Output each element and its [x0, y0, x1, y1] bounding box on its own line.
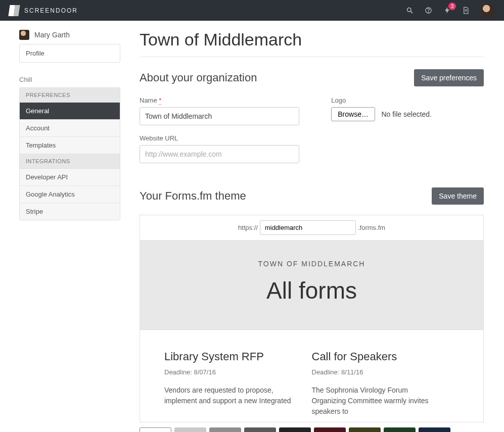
profile-link[interactable]: Profile [19, 44, 120, 63]
svg-point-3 [428, 12, 429, 12]
save-preferences-button[interactable]: Save preferences [414, 69, 484, 86]
top-nav: SCREENDOOR 3 [0, 0, 504, 21]
website-label: Website URL [140, 134, 309, 142]
website-url-input[interactable] [140, 145, 299, 163]
url-suffix: .forms.fm [358, 224, 385, 231]
sidebar-item-account[interactable]: Account [20, 120, 120, 137]
sidebar-item-developer-api[interactable]: Developer API [20, 169, 120, 186]
subdomain-input[interactable] [260, 220, 356, 235]
required-indicator: * [159, 97, 161, 105]
sidebar-item-stripe[interactable]: Stripe [20, 203, 120, 220]
org-name-input[interactable] [140, 107, 299, 125]
help-icon[interactable] [425, 7, 432, 14]
user-avatar[interactable] [481, 4, 495, 18]
name-label: Name * [140, 97, 309, 104]
sidebar-item-general[interactable]: General [20, 103, 120, 120]
preview-card: Call for Speakers Deadline: 8/11/16 The … [312, 350, 460, 417]
content: Town of Middlemarch About your organizat… [140, 30, 484, 432]
theme-heading: Your Forms.fm theme [140, 189, 246, 203]
user-mini-avatar [19, 30, 29, 40]
color-swatch[interactable]: A [314, 427, 346, 432]
color-swatch[interactable]: A [174, 427, 206, 432]
notification-badge: 3 [448, 3, 456, 10]
sidebar-user[interactable]: Mary Garth [19, 30, 120, 40]
preview-card-desc: Vendors are requested to propose, implem… [164, 385, 297, 406]
preview-title: All forms [150, 277, 473, 304]
search-icon[interactable] [406, 7, 414, 14]
file-status: No file selected. [381, 110, 432, 118]
color-swatch[interactable]: A [384, 427, 416, 432]
sidebar-org-label: Chill [19, 76, 120, 83]
url-prefix: https:// [238, 224, 258, 231]
preview-org-name: TOWN OF MIDDLEMARCH [150, 260, 473, 268]
about-heading: About your organization [140, 71, 257, 84]
color-swatch[interactable]: A [140, 427, 171, 432]
notifications-icon[interactable]: 3 [443, 7, 451, 14]
sidebar-header-preferences: PREFERENCES [20, 88, 120, 103]
color-swatch[interactable]: A [349, 427, 381, 432]
sidebar-user-name: Mary Garth [34, 31, 70, 39]
logo-text: SCREENDOOR [24, 7, 78, 14]
sidebar: Mary Garth Profile Chill PREFERENCES Gen… [19, 30, 120, 432]
sidebar-item-templates[interactable]: Templates [20, 137, 120, 154]
logo[interactable]: SCREENDOOR [9, 5, 78, 16]
page-title: Town of Middlemarch [140, 30, 484, 57]
preview-card-title: Library System RFP [164, 350, 297, 363]
color-swatch[interactable]: A [419, 427, 450, 432]
color-swatches: AAAAAAAAAAAAAAAAAAAA [140, 427, 484, 432]
sidebar-header-integrations: INTEGRATIONS [20, 154, 120, 169]
preview-card-deadline: Deadline: 8/11/16 [312, 368, 444, 376]
sidebar-item-google-analytics[interactable]: Google Analytics [20, 186, 120, 203]
preview-card: Library System RFP Deadline: 8/07/16 Ven… [164, 350, 312, 417]
svg-line-1 [410, 11, 413, 13]
save-theme-button[interactable]: Save theme [432, 187, 484, 205]
preview-card-title: Call for Speakers [312, 350, 444, 363]
color-swatch[interactable]: A [244, 427, 276, 432]
preview-card-desc: The Sophronia Virology Forum Organizing … [312, 385, 444, 417]
logo-icon [8, 5, 20, 16]
theme-url-bar: https:// .forms.fm [140, 215, 483, 241]
preview-hero: TOWN OF MIDDLEMARCH All forms [140, 241, 483, 330]
color-swatch[interactable]: A [279, 427, 311, 432]
color-swatch[interactable]: A [209, 427, 241, 432]
svg-point-0 [407, 8, 411, 12]
logo-label: Logo [331, 97, 484, 104]
document-icon[interactable] [462, 7, 470, 14]
browse-button[interactable]: Browse… [331, 107, 375, 121]
preview-card-deadline: Deadline: 8/07/16 [164, 368, 297, 376]
theme-preview: https:// .forms.fm TOWN OF MIDDLEMARCH A… [140, 215, 484, 422]
sidebar-nav: PREFERENCES General Account Templates IN… [19, 87, 120, 220]
